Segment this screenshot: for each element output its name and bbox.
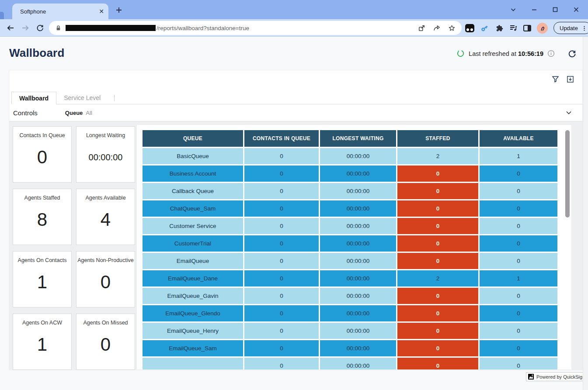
contacts-in-queue-cell: 0: [244, 200, 319, 217]
tab-wallboard[interactable]: Wallboard: [11, 92, 56, 104]
queue-name-cell: Customer Service: [143, 218, 243, 234]
side-panel-icon[interactable]: [523, 25, 531, 31]
forward-button[interactable]: [21, 24, 30, 32]
media-queue-icon[interactable]: [509, 24, 518, 32]
table-row[interactable]: ChatQueue_Sam000:00:0000: [143, 200, 557, 217]
longest-waiting-cell: 00:00:00: [320, 253, 396, 269]
contacts-in-queue-cell: 0: [244, 270, 319, 286]
column-header: LONGEST WAITING: [320, 130, 396, 147]
kpi-label: Agents On ACW: [22, 320, 62, 326]
tab-service-level[interactable]: Service Level: [56, 92, 108, 104]
extension-dots-icon[interactable]: [465, 24, 474, 32]
available-cell: 0: [480, 235, 557, 252]
available-cell: 0: [480, 358, 557, 369]
available-cell: 0: [480, 218, 557, 234]
open-in-new-icon[interactable]: [418, 24, 425, 32]
contacts-in-queue-cell: 0: [244, 323, 319, 339]
contacts-in-queue-cell: 0: [244, 358, 319, 369]
queue-filter-value: All: [86, 110, 92, 116]
table-row[interactable]: EmailQueue_Sam000:00:0000: [143, 340, 557, 356]
table-row[interactable]: EmailQueue_Glendo000:00:0000: [143, 305, 557, 321]
contacts-in-queue-cell: 0: [244, 288, 319, 304]
last-refreshed-time: 10:56:19: [518, 50, 543, 57]
table-row[interactable]: Callback Queue000:00:0000: [143, 183, 557, 199]
kpi-card[interactable]: Agents On Contacts1: [13, 251, 72, 307]
password-key-icon[interactable]: [480, 24, 489, 33]
kpi-card[interactable]: Agents Staffed8: [13, 189, 72, 245]
kpi-card[interactable]: Agents Available4: [76, 189, 135, 245]
kpi-label: Agents Staffed: [24, 195, 60, 201]
queue-filter[interactable]: Queue All: [65, 110, 92, 116]
export-icon[interactable]: [566, 75, 574, 83]
controls-bar: Controls Queue All: [9, 104, 582, 121]
queue-name-cell: ChatQueue_Sam: [143, 200, 243, 217]
staffed-cell: 2: [397, 270, 478, 286]
kpi-value: 0: [101, 334, 111, 355]
table-row[interactable]: EmailQueue_Dane000:00:0021: [143, 270, 557, 286]
table-row[interactable]: CustomerTrial000:00:0000: [143, 235, 557, 252]
table-row[interactable]: EmailQueue_Gavin000:00:0000: [143, 288, 557, 304]
profile-avatar[interactable]: [537, 23, 548, 34]
longest-waiting-cell: 00:00:00: [320, 270, 396, 286]
table-header-row: QUEUECONTACTS IN QUEUELONGEST WAITINGSTA…: [143, 130, 557, 147]
available-cell: 1: [480, 270, 557, 286]
filter-icon[interactable]: [551, 75, 560, 83]
staffed-cell: 0: [397, 253, 478, 269]
kpi-value: 8: [37, 209, 47, 230]
kpi-value: 1: [37, 334, 47, 355]
bookmark-star-icon[interactable]: [448, 24, 456, 32]
longest-waiting-cell: 00:00:00: [320, 358, 396, 369]
maximize-button[interactable]: [551, 6, 559, 14]
table-scrollbar-thumb[interactable]: [565, 130, 570, 217]
kpi-label: Agents Non-Productive: [77, 257, 134, 263]
staffed-cell: 0: [397, 235, 478, 252]
table-row[interactable]: Business Account000:00:0000: [143, 166, 557, 182]
queue-name-cell: EmailQueue_Gavin: [143, 288, 243, 304]
table-row[interactable]: Customer Service000:00:0000: [143, 218, 557, 234]
browser-tab-softphone[interactable]: Softphone ✕: [12, 3, 108, 19]
tab-separator: [114, 95, 115, 101]
table-row[interactable]: 000:00:0000: [143, 358, 557, 369]
kpi-card[interactable]: Contacts In Queue0: [13, 126, 72, 183]
staffed-cell: 0: [397, 218, 478, 234]
kpi-card[interactable]: Agents On ACW1: [13, 314, 72, 370]
queue-name-cell: [143, 358, 243, 369]
tab-search-chevron-icon[interactable]: [509, 6, 517, 14]
kpi-card[interactable]: Longest Waiting00:00:00: [76, 126, 135, 183]
lock-icon: [55, 24, 62, 31]
address-bar[interactable]: /reports/wallboard?standalone=true: [49, 21, 462, 35]
table-row[interactable]: EmailQueue000:00:0000: [143, 253, 557, 269]
contacts-in-queue-cell: 0: [244, 235, 319, 252]
close-window-button[interactable]: [572, 6, 580, 14]
kpi-value: 1: [37, 272, 47, 293]
extensions-puzzle-icon[interactable]: [495, 24, 503, 32]
url-text: /reports/wallboard?standalone=true: [157, 25, 414, 31]
browser-menu-kebab-icon[interactable]: ⋮: [581, 25, 587, 31]
kpi-label: Agents On Contacts: [18, 257, 67, 263]
longest-waiting-cell: 00:00:00: [320, 340, 396, 356]
table-row[interactable]: BasicQueue000:00:0021: [143, 148, 557, 164]
available-cell: 0: [480, 183, 557, 199]
info-icon[interactable]: [547, 50, 555, 57]
update-button[interactable]: Update ⋮: [553, 22, 588, 34]
kpi-card[interactable]: Agents Non-Productive0: [76, 251, 135, 307]
staffed-cell: 2: [397, 148, 478, 164]
new-tab-button[interactable]: [114, 5, 124, 15]
queue-table: QUEUECONTACTS IN QUEUELONGEST WAITINGSTA…: [143, 130, 557, 369]
queue-name-cell: EmailQueue_Dane: [143, 270, 243, 286]
kpi-card[interactable]: Agents On Missed0: [76, 314, 135, 370]
back-button[interactable]: [6, 24, 15, 32]
page-scrollbar[interactable]: [583, 37, 588, 390]
queue-name-cell: EmailQueue_Sam: [143, 340, 243, 356]
table-row[interactable]: EmailQueue_Henry000:00:0000: [143, 323, 557, 339]
reload-button[interactable]: [36, 24, 44, 32]
kpi-grid: Contacts In Queue0Longest Waiting00:00:0…: [13, 126, 135, 370]
controls-collapse-chevron-icon[interactable]: [565, 109, 573, 117]
queue-name-cell: EmailQueue_Glendo: [143, 305, 243, 321]
refresh-button[interactable]: [567, 49, 577, 58]
kpi-label: Longest Waiting: [86, 132, 125, 138]
contacts-in-queue-cell: 0: [244, 183, 319, 199]
minimize-button[interactable]: [530, 6, 538, 14]
tab-close-icon[interactable]: ✕: [99, 8, 104, 14]
share-icon[interactable]: [433, 24, 441, 32]
